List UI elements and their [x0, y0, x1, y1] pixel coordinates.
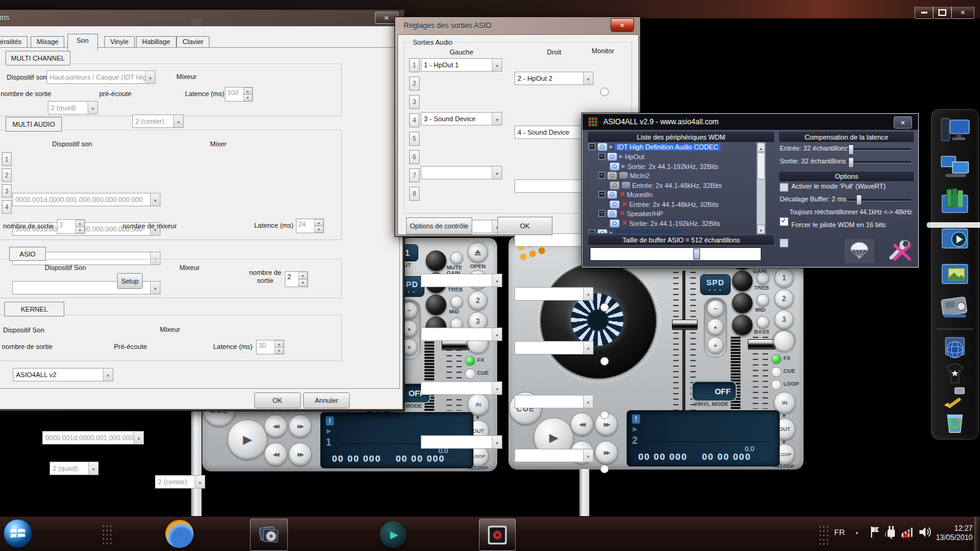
output-row-number[interactable]: 3	[409, 95, 420, 109]
output-row-number[interactable]: 4	[409, 113, 420, 127]
power-icon[interactable]	[609, 219, 620, 228]
dropdown-arrow-icon[interactable]	[88, 462, 98, 474]
tree-item-partial[interactable]	[589, 228, 682, 233]
eject-button[interactable]	[467, 242, 488, 263]
cancel-button[interactable]: Annuler	[303, 392, 350, 408]
dropdown-arrow-icon[interactable]	[173, 115, 183, 127]
output-8-monitor-radio[interactable]	[600, 465, 609, 473]
multi-channel-device-select[interactable]: Haut-parleurs / Casque (IDT High	[47, 70, 156, 84]
pull-mode-checkbox[interactable]	[780, 183, 788, 192]
taskbar-icon-browser[interactable]	[165, 520, 194, 548]
power-icon[interactable]	[597, 229, 608, 234]
spd-button[interactable]: SPD● ● ●	[700, 274, 731, 295]
language-indicator[interactable]: FR	[834, 528, 845, 537]
output-7-right-select[interactable]	[514, 395, 594, 408]
latency-in-slider[interactable]	[847, 148, 911, 151]
treble-knob[interactable]	[732, 271, 753, 291]
play-pause-button[interactable]	[227, 419, 268, 460]
mid-kill-button[interactable]	[756, 294, 769, 307]
tree-item-muxedin-in[interactable]: Entrée: 2x 44.1-48kHz, 32Bits	[609, 200, 718, 209]
load-defaults-button[interactable]	[845, 239, 874, 263]
bass-kill-button[interactable]	[756, 316, 769, 329]
dock-icon-tools[interactable]	[939, 385, 971, 412]
output-row-number[interactable]: 7	[409, 168, 420, 182]
output-5-monitor-radio[interactable]	[600, 303, 609, 312]
kernel-device-select[interactable]: 0000.001d.0000.001.000.000.00	[42, 431, 144, 444]
dock-icon-media-folder[interactable]	[938, 221, 972, 253]
dock-icon-tshirt[interactable]	[939, 361, 971, 388]
collapse-icon[interactable]	[589, 143, 595, 150]
hotcue-2-button[interactable]: 2	[774, 289, 794, 309]
show-hidden-icons-button[interactable]	[855, 530, 859, 535]
collapse-icon[interactable]	[598, 191, 605, 198]
dock-icon-library[interactable]	[938, 186, 972, 217]
audio-device-1-select[interactable]: 0000.001d.0000.001.000.000.000.000.000	[12, 193, 160, 206]
dropdown-arrow-icon[interactable]	[492, 328, 502, 340]
dock-icon-computer[interactable]	[938, 114, 972, 146]
dropdown-arrow-icon[interactable]	[492, 436, 502, 448]
treble-kill-button[interactable]	[756, 272, 769, 285]
dialog-ok-button[interactable]: OK	[497, 217, 552, 235]
tree-item-speaker-out[interactable]: Sortie: 2x 44.1-192kHz, 32Bits	[609, 219, 720, 228]
dock-icon-internet[interactable]	[939, 335, 971, 362]
vinyl-mode-button[interactable]: OFF	[692, 381, 737, 402]
dropdown-arrow-icon[interactable]	[583, 449, 593, 462]
power-plug-icon[interactable]	[884, 525, 898, 539]
collapse-icon[interactable]	[589, 230, 595, 233]
mid-knob[interactable]	[732, 293, 753, 313]
asio-device-select[interactable]: ASIO4ALL v2	[13, 368, 113, 381]
audio-row-2-number[interactable]: 2	[2, 168, 12, 182]
volume-fader[interactable]	[442, 340, 470, 350]
close-button[interactable]	[951, 7, 974, 19]
output-1-left-select[interactable]: 1 - HpOut 1	[421, 58, 502, 72]
output-7-monitor-radio[interactable]	[600, 411, 609, 419]
dialog-titlebar[interactable]: Réglages des sorties ASIO	[395, 17, 640, 34]
start-button[interactable]	[2, 518, 33, 549]
loop-mode-button[interactable]	[774, 331, 794, 351]
output-6-monitor-radio[interactable]	[600, 357, 609, 365]
tree-item-hpout[interactable]: HpOut	[598, 152, 644, 161]
output-5-left-select[interactable]	[421, 274, 502, 287]
output-1-monitor-radio[interactable]	[600, 88, 609, 96]
asio-outputs-spinner[interactable]: 2	[285, 271, 308, 287]
network-icon[interactable]	[900, 525, 915, 539]
seek-forward-button[interactable]	[595, 441, 618, 464]
multi-audio-latency-spinner[interactable]: 24	[296, 219, 324, 233]
tree-item-micin2-in[interactable]: Entrée: 2x 44.1-48kHz, 32Bits	[609, 181, 722, 190]
output-8-left-select[interactable]	[421, 435, 502, 449]
tree-item-micin2[interactable]: MicIn2	[598, 171, 649, 180]
collapse-icon[interactable]	[598, 210, 605, 217]
pitch-fader[interactable]	[672, 320, 698, 330]
output-6-left-select[interactable]	[421, 328, 502, 341]
output-row-number[interactable]: 2	[409, 77, 420, 91]
kernel-precue-select[interactable]: 2 (center)	[155, 475, 205, 489]
kernel-header[interactable]: KERNEL	[4, 302, 64, 317]
fx-led[interactable]	[771, 354, 782, 364]
collapse-icon[interactable]	[598, 172, 605, 179]
tree-item-muxedin[interactable]: MuxedIn	[598, 190, 652, 199]
kernel-outputs-select[interactable]: 2 (quad)	[50, 462, 99, 475]
volume-fader[interactable]	[748, 339, 776, 350]
tree-scrollbar[interactable]	[756, 142, 766, 234]
taskbar-clock[interactable]: 12:27 13/05/2010	[933, 524, 973, 542]
power-icon[interactable]	[609, 162, 620, 171]
control-options-button[interactable]: Options de contrôle	[406, 217, 472, 234]
scroll-up-button[interactable]	[757, 143, 765, 152]
skip-back-button[interactable]	[570, 413, 594, 436]
latency-out-slider[interactable]	[847, 161, 911, 163]
dialog-close-button[interactable]	[611, 18, 634, 32]
power-icon[interactable]	[609, 181, 620, 190]
dropdown-arrow-icon[interactable]	[492, 59, 502, 71]
bass-knob[interactable]	[732, 315, 753, 335]
output-row-number[interactable]: 8	[409, 187, 420, 201]
hotcue-1-button[interactable]: 1	[774, 268, 794, 288]
buffer-slider-thumb[interactable]	[693, 249, 700, 260]
multi-channel-header[interactable]: MULTI CHANNEL	[6, 51, 70, 66]
advanced-options-button[interactable]	[885, 239, 914, 263]
output-row-number[interactable]: 1	[409, 58, 420, 72]
latency-out-thumb[interactable]	[848, 157, 854, 168]
output-6-right-select[interactable]	[514, 341, 594, 354]
dock-icon-recycle-bin[interactable]	[939, 410, 971, 437]
dropdown-arrow-icon[interactable]	[583, 342, 593, 354]
mid-knob[interactable]	[426, 294, 447, 315]
